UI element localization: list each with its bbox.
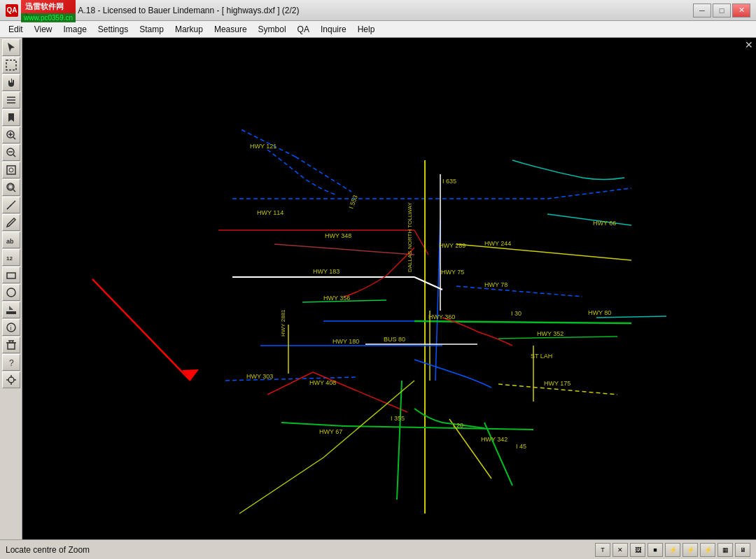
svg-text:HWY 75: HWY 75 bbox=[441, 269, 464, 276]
menu-item-qa[interactable]: QA bbox=[292, 23, 315, 36]
svg-text:ST LAH: ST LAH bbox=[531, 353, 552, 360]
menu-item-measure[interactable]: Measure bbox=[209, 23, 253, 36]
tool-zoom-fit[interactable] bbox=[2, 162, 20, 178]
menu-item-inquire[interactable]: Inquire bbox=[315, 23, 352, 36]
svg-text:?: ? bbox=[9, 358, 14, 368]
svg-text:ab: ab bbox=[6, 238, 14, 245]
svg-point-32 bbox=[8, 377, 14, 383]
svg-text:I 20: I 20 bbox=[453, 422, 463, 429]
svg-rect-15 bbox=[8, 185, 13, 189]
svg-rect-11 bbox=[7, 166, 15, 174]
status-bar: Locate centre of Zoom T✕🖼■⚡⚡⚡▦🖥 bbox=[0, 539, 756, 559]
svg-point-22 bbox=[7, 288, 15, 297]
menu-item-symbol[interactable]: Symbol bbox=[253, 23, 292, 36]
close-button[interactable]: ✕ bbox=[732, 3, 750, 17]
status-icon-3[interactable]: ■ bbox=[648, 543, 663, 557]
svg-text:I 635: I 635 bbox=[442, 178, 456, 185]
tool-info[interactable]: i bbox=[2, 319, 20, 336]
svg-text:HWY 114: HWY 114 bbox=[257, 209, 284, 216]
canvas-area: ✕ bbox=[22, 38, 756, 539]
svg-text:I 355: I 355 bbox=[391, 415, 405, 422]
svg-text:HWY 356: HWY 356 bbox=[323, 295, 350, 302]
svg-text:HWY 67: HWY 67 bbox=[319, 428, 342, 435]
svg-text:HWY 66: HWY 66 bbox=[593, 220, 616, 227]
svg-text:HWY 78: HWY 78 bbox=[484, 281, 507, 288]
svg-text:DALLAS NORTH TOLLWAY: DALLAS NORTH TOLLWAY bbox=[407, 201, 413, 272]
tool-measure[interactable] bbox=[2, 197, 20, 213]
svg-rect-23 bbox=[6, 311, 16, 314]
status-icon-2[interactable]: 🖼 bbox=[630, 543, 645, 557]
svg-text:I 30: I 30 bbox=[511, 310, 522, 317]
map-svg: HWY 121 I 635 HWY 66 HWY 114 HWY 348 HWY… bbox=[22, 38, 756, 539]
svg-text:HWY 244: HWY 244 bbox=[484, 240, 511, 247]
svg-line-14 bbox=[13, 190, 15, 192]
svg-text:HWY 408: HWY 408 bbox=[309, 379, 336, 386]
menu-item-image[interactable]: Image bbox=[57, 23, 92, 36]
tool-rectangle[interactable] bbox=[2, 267, 20, 283]
svg-rect-37 bbox=[22, 38, 756, 539]
svg-rect-21 bbox=[7, 273, 15, 278]
status-icon-7[interactable]: ▦ bbox=[718, 543, 733, 557]
tool-text[interactable]: ab bbox=[2, 232, 20, 248]
menu-item-settings[interactable]: Settings bbox=[92, 23, 134, 36]
tool-bookmark[interactable] bbox=[2, 109, 20, 126]
tool-help[interactable]: ? bbox=[2, 354, 20, 371]
status-icon-1[interactable]: ✕ bbox=[612, 543, 628, 557]
tool-select[interactable] bbox=[2, 57, 20, 73]
svg-text:HWY 121: HWY 121 bbox=[250, 143, 276, 150]
svg-text:HWY 360: HWY 360 bbox=[428, 313, 455, 320]
window-title: QA-CAD 2018 A.18 - Licensed to Bauer Lin… bbox=[22, 6, 693, 15]
tool-crosshair[interactable] bbox=[2, 372, 20, 388]
menu-item-markup[interactable]: Markup bbox=[169, 23, 209, 36]
status-icons: T✕🖼■⚡⚡⚡▦🖥 bbox=[595, 543, 750, 557]
left-toolbar: ab12i? bbox=[0, 38, 22, 539]
menu-item-view[interactable]: View bbox=[29, 23, 58, 36]
tool-pan[interactable] bbox=[2, 74, 20, 91]
status-icon-5[interactable]: ⚡ bbox=[682, 543, 698, 557]
tool-pen[interactable] bbox=[2, 214, 20, 231]
tool-zoom-window[interactable] bbox=[2, 179, 20, 196]
svg-point-12 bbox=[9, 168, 13, 172]
svg-text:12: 12 bbox=[6, 255, 13, 262]
tool-zoom-out[interactable] bbox=[2, 144, 20, 161]
svg-line-9 bbox=[13, 155, 15, 157]
tool-layer[interactable] bbox=[2, 92, 20, 108]
menu-item-help[interactable]: Help bbox=[352, 23, 381, 36]
svg-text:HWY 2881: HWY 2881 bbox=[280, 309, 286, 337]
svg-text:BUS 80: BUS 80 bbox=[384, 336, 405, 343]
main-layout: ab12i? ✕ bbox=[0, 38, 756, 539]
status-icon-4[interactable]: ⚡ bbox=[665, 543, 680, 557]
canvas-close-button[interactable]: ✕ bbox=[745, 39, 753, 50]
svg-text:HWY 80: HWY 80 bbox=[588, 309, 611, 316]
tool-number[interactable]: 12 bbox=[2, 249, 20, 266]
tool-zoom-in[interactable] bbox=[2, 127, 20, 143]
svg-rect-26 bbox=[8, 343, 15, 349]
svg-line-5 bbox=[13, 137, 15, 139]
menu-item-edit[interactable]: Edit bbox=[3, 23, 29, 36]
status-icon-6[interactable]: ⚡ bbox=[700, 543, 715, 557]
window-controls: ─ □ ✕ bbox=[693, 3, 750, 17]
maximize-button[interactable]: □ bbox=[713, 3, 731, 17]
svg-text:HWY 175: HWY 175 bbox=[544, 380, 570, 387]
svg-text:HWY 183: HWY 183 bbox=[313, 268, 340, 275]
svg-text:HWY 289: HWY 289 bbox=[439, 242, 465, 249]
svg-text:HWY 352: HWY 352 bbox=[537, 330, 564, 337]
svg-text:I 45: I 45 bbox=[516, 443, 526, 450]
tool-pointer[interactable] bbox=[2, 39, 20, 56]
status-icon-0[interactable]: T bbox=[595, 543, 610, 557]
status-icon-8[interactable]: 🖥 bbox=[735, 543, 750, 557]
svg-line-17 bbox=[7, 208, 8, 209]
tool-clear[interactable] bbox=[2, 337, 20, 353]
menu-item-stamp[interactable]: Stamp bbox=[134, 23, 169, 36]
svg-text:HWY 180: HWY 180 bbox=[332, 338, 359, 345]
tool-circle[interactable] bbox=[2, 284, 20, 301]
svg-text:HWY 342: HWY 342 bbox=[481, 436, 507, 443]
menu-bar: EditViewImageSettingsStampMarkupMeasureS… bbox=[0, 21, 756, 38]
svg-line-18 bbox=[10, 205, 11, 206]
minimize-button[interactable]: ─ bbox=[693, 3, 711, 17]
svg-text:i: i bbox=[10, 325, 11, 332]
svg-text:HWY 348: HWY 348 bbox=[325, 232, 351, 239]
svg-rect-0 bbox=[6, 60, 16, 70]
svg-text:HWY 303: HWY 303 bbox=[246, 373, 273, 380]
tool-fill[interactable] bbox=[2, 302, 20, 318]
